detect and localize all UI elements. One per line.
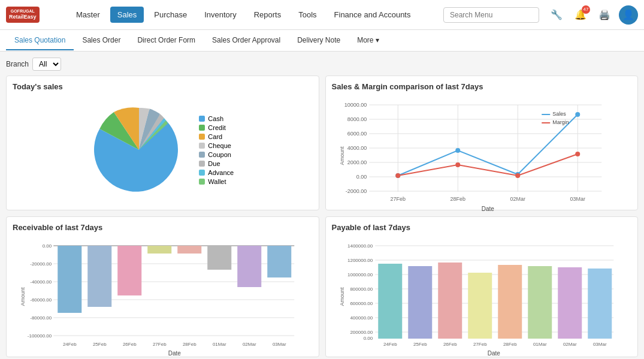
subnav-sales-quotation[interactable]: Sales Quotation (6, 31, 74, 50)
user-icon[interactable]: 👤 (619, 5, 638, 25)
margin-point-1 (395, 173, 400, 178)
bar-24feb-pay (378, 264, 402, 339)
branch-select[interactable]: All (32, 58, 61, 71)
legend-dot-due (199, 161, 205, 167)
svg-text:Amount: Amount (20, 287, 26, 306)
svg-text:6000.00: 6000.00 (347, 131, 367, 137)
svg-text:24Feb: 24Feb (383, 342, 397, 347)
svg-text:26Feb: 26Feb (123, 342, 137, 347)
bar-25feb-pay (408, 266, 432, 339)
svg-text:800000.00: 800000.00 (350, 286, 373, 292)
main-content: Branch All Today's sales (0, 52, 644, 359)
legend-dot-credit (199, 125, 205, 131)
nav-tools[interactable]: Tools (291, 7, 323, 23)
legend-label-wallet: Wallet (208, 178, 226, 185)
svg-text:02Mar: 02Mar (243, 342, 256, 347)
bar-01mar-recv (207, 246, 231, 270)
svg-text:Sales: Sales (552, 111, 566, 117)
legend-dot-coupon (199, 152, 205, 158)
svg-text:0.00: 0.00 (363, 336, 373, 341)
sales-margin-title: Sales & Margin comparison of last 7days (332, 82, 632, 91)
nav-purchase[interactable]: Purchase (147, 7, 194, 23)
logo: GOFRUGAL RetailEasy (6, 7, 60, 23)
legend-label-advance: Advance (208, 169, 234, 176)
nav-reports[interactable]: Reports (247, 7, 289, 23)
svg-text:03Mar: 03Mar (570, 196, 585, 202)
svg-text:01Mar: 01Mar (533, 342, 546, 347)
payable-bar-wrapper: 1400000.00 1200000.00 1000000.00 800000.… (332, 237, 632, 351)
bar-26feb-pay (438, 263, 462, 339)
receivable-card: Receivable of last 7days 0.00 -20000.00 … (6, 216, 319, 357)
search-input[interactable] (443, 7, 539, 23)
legend-label-cash: Cash (208, 115, 223, 122)
legend-advance: Advance (199, 169, 234, 176)
legend-dot-cash (199, 116, 205, 122)
bar-28feb-recv (177, 246, 201, 254)
top-navbar: GOFRUGAL RetailEasy Master Sales Purchas… (0, 0, 644, 30)
sales-margin-card: Sales & Margin comparison of last 7days … (325, 76, 639, 210)
bar-02mar-pay (558, 267, 582, 339)
sales-line (398, 114, 578, 176)
nav-finance[interactable]: Finance and Accounts (327, 7, 418, 23)
notification-badge: 47 (582, 5, 590, 14)
svg-text:Date: Date (487, 350, 500, 357)
tools-icon[interactable]: 🔧 (547, 5, 566, 25)
subnav-sales-order-approval[interactable]: Sales Order Approval (204, 31, 289, 50)
svg-text:200000.00: 200000.00 (350, 330, 373, 335)
svg-text:28Feb: 28Feb (450, 196, 465, 202)
subnav-direct-order-form[interactable]: Direct Order Form (129, 31, 204, 50)
svg-rect-26 (542, 122, 550, 123)
receivable-bar-wrapper: 0.00 -20000.00 -40000.00 -60000.00 -8000… (13, 237, 313, 351)
svg-text:25Feb: 25Feb (93, 342, 107, 347)
svg-text:-100000.00: -100000.00 (28, 333, 52, 339)
branch-label: Branch (6, 60, 29, 68)
subnav-more[interactable]: More ▾ (349, 31, 388, 50)
subnav-delivery-note[interactable]: Delivery Note (289, 31, 349, 50)
nav-sales[interactable]: Sales (110, 7, 144, 23)
legend-dot-advance (199, 170, 205, 176)
svg-text:-20000.00: -20000.00 (30, 261, 52, 267)
svg-text:2000.00: 2000.00 (347, 159, 367, 165)
margin-point-4 (575, 152, 580, 156)
legend-dot-cheque (199, 143, 205, 149)
svg-text:-40000.00: -40000.00 (30, 279, 52, 285)
print-icon[interactable]: 🖨️ (595, 5, 614, 25)
legend-dot-card (199, 134, 205, 140)
payable-card: Payable of last 7days 1400000.00 1200000… (325, 216, 639, 357)
svg-text:03Mar: 03Mar (273, 342, 286, 347)
legend-label-card: Card (208, 133, 222, 140)
margin-point-3 (515, 173, 520, 178)
legend-label-coupon: Coupon (208, 151, 231, 158)
legend-due: Due (199, 160, 234, 167)
todays-sales-title: Today's sales (13, 82, 313, 91)
svg-text:27Feb: 27Feb (390, 196, 406, 202)
svg-text:1200000.00: 1200000.00 (347, 258, 373, 263)
notification-icon[interactable]: 🔔 47 (571, 5, 590, 25)
nav-master[interactable]: Master (69, 7, 107, 23)
svg-text:01Mar: 01Mar (213, 342, 226, 347)
svg-text:0.00: 0.00 (356, 174, 367, 180)
receivable-svg: 0.00 -20000.00 -40000.00 -60000.00 -8000… (13, 237, 313, 359)
subnav-sales-order[interactable]: Sales Order (74, 31, 129, 50)
svg-text:28Feb: 28Feb (183, 342, 196, 347)
bar-28feb-pay (498, 265, 522, 339)
svg-text:Amount: Amount (339, 287, 345, 306)
svg-text:400000.00: 400000.00 (350, 315, 373, 321)
nav-inventory[interactable]: Inventory (197, 7, 243, 23)
nav-icons: 🔧 🔔 47 🖨️ 👤 (547, 5, 638, 25)
svg-text:02Mar: 02Mar (563, 342, 576, 347)
legend-coupon: Coupon (199, 151, 234, 158)
bar-26feb-recv (117, 246, 141, 295)
svg-text:26Feb: 26Feb (443, 342, 456, 347)
legend-credit: Credit (199, 124, 234, 131)
sales-point-2 (455, 148, 460, 153)
svg-text:27Feb: 27Feb (153, 342, 167, 347)
line-chart-svg: 10000.00 8000.00 6000.00 4000.00 2000.00… (332, 96, 632, 216)
svg-text:03Mar: 03Mar (592, 342, 606, 347)
svg-text:25Feb: 25Feb (413, 342, 427, 347)
sales-point-4 (575, 112, 580, 117)
svg-text:-80000.00: -80000.00 (30, 315, 52, 321)
dashboard-grid: Today's sales (6, 76, 638, 357)
svg-text:10000.00: 10000.00 (344, 102, 367, 108)
receivable-title: Receivable of last 7days (13, 223, 313, 232)
